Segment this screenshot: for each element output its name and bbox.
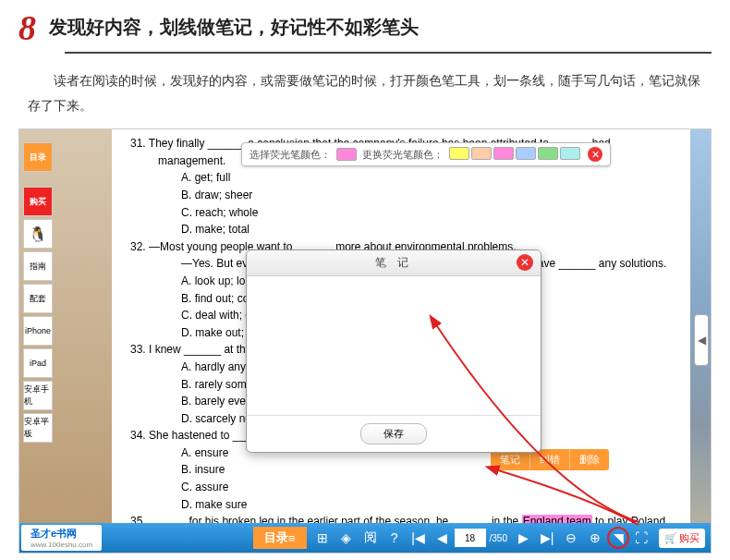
highlighter-change-label: 更换荧光笔颜色： bbox=[362, 148, 444, 162]
color-swatch[interactable] bbox=[516, 147, 536, 160]
bottom-buy-button[interactable]: 🛒购买 bbox=[659, 529, 705, 548]
section-number: 8 bbox=[18, 7, 36, 48]
note-close-icon[interactable]: ✕ bbox=[517, 254, 533, 271]
sidebar-buy-button[interactable]: 购买 bbox=[23, 187, 53, 216]
brand-logo: 圣才e书网 www.100eshu.com bbox=[21, 525, 102, 551]
right-panel-handle[interactable]: ◀ bbox=[694, 314, 709, 366]
context-delete-button[interactable]: 删除 bbox=[570, 449, 609, 470]
sidebar-ipad-button[interactable]: iPad bbox=[23, 348, 53, 378]
sidebar-android-phone-button[interactable]: 安卓手机 bbox=[23, 381, 53, 410]
color-swatch[interactable] bbox=[471, 147, 492, 160]
highlighted-text[interactable]: England team bbox=[522, 515, 592, 523]
note-save-button[interactable]: 保存 bbox=[360, 423, 427, 444]
app-screenshot: 目录 购买 🐧 指南 配套 iPhone iPad 安卓手机 安卓平板 31. … bbox=[18, 128, 712, 554]
sidebar-iphone-button[interactable]: iPhone bbox=[23, 316, 53, 346]
section-title: 发现好内容，划线做笔记，好记性不如彩笔头 bbox=[49, 15, 419, 40]
zoom-in-icon[interactable]: ⊕ bbox=[583, 526, 607, 550]
color-swatch[interactable] bbox=[560, 147, 580, 160]
note-dialog-title: 笔 记 bbox=[375, 255, 411, 271]
sidebar-catalog-button[interactable]: 目录 bbox=[23, 142, 53, 172]
last-page-icon[interactable]: ▶| bbox=[535, 526, 559, 550]
highlighter-toolbar: 选择荧光笔颜色： 更换荧光笔颜色： ✕ bbox=[241, 142, 611, 166]
color-swatch[interactable] bbox=[538, 147, 558, 160]
bottom-toolbar: 圣才e书网 www.100eshu.com 目录 ≡ ⊞ ◈ 阅 ? |◀ ◀ … bbox=[19, 523, 711, 553]
left-sidebar: 目录 购买 🐧 指南 配套 iPhone iPad 安卓手机 安卓平板 bbox=[23, 142, 53, 443]
sidebar-package-button[interactable]: 配套 bbox=[23, 284, 53, 313]
bookmark-icon[interactable]: ◈ bbox=[335, 526, 359, 550]
intro-text: 读者在阅读的时候，发现好的内容，或需要做笔记的时候，打开颜色笔工具，划一条线，随… bbox=[0, 55, 730, 128]
divider bbox=[65, 52, 712, 54]
sidebar-guide-button[interactable]: 指南 bbox=[23, 251, 53, 281]
note-dialog: 笔 记 ✕ 保存 bbox=[246, 250, 541, 453]
color-swatch[interactable] bbox=[449, 147, 469, 160]
highlighter-tool-icon[interactable]: ◥ bbox=[607, 527, 629, 549]
color-swatch[interactable] bbox=[493, 147, 514, 160]
highlighter-close-icon[interactable]: ✕ bbox=[588, 147, 602, 162]
page-number-input[interactable] bbox=[455, 529, 486, 547]
page-total-label: /350 bbox=[486, 533, 511, 543]
first-page-icon[interactable]: |◀ bbox=[407, 526, 431, 550]
toc-button[interactable]: 目录 ≡ bbox=[253, 527, 307, 549]
highlighter-select-label: 选择荧光笔颜色： bbox=[249, 148, 331, 162]
sidebar-qq-button[interactable]: 🐧 bbox=[23, 219, 53, 249]
zoom-out-icon[interactable]: ⊖ bbox=[559, 526, 583, 550]
help-icon[interactable]: ? bbox=[383, 526, 407, 550]
view-icon[interactable]: 阅 bbox=[359, 526, 383, 550]
prev-page-icon[interactable]: ◀ bbox=[431, 526, 455, 550]
fullscreen-icon[interactable]: ⛶ bbox=[629, 526, 653, 550]
note-textarea[interactable] bbox=[247, 276, 541, 415]
grid-icon[interactable]: ⊞ bbox=[310, 526, 335, 550]
highlighter-current-swatch[interactable] bbox=[336, 148, 357, 161]
next-page-icon[interactable]: ▶ bbox=[511, 526, 535, 550]
sidebar-android-tablet-button[interactable]: 安卓平板 bbox=[23, 413, 53, 443]
